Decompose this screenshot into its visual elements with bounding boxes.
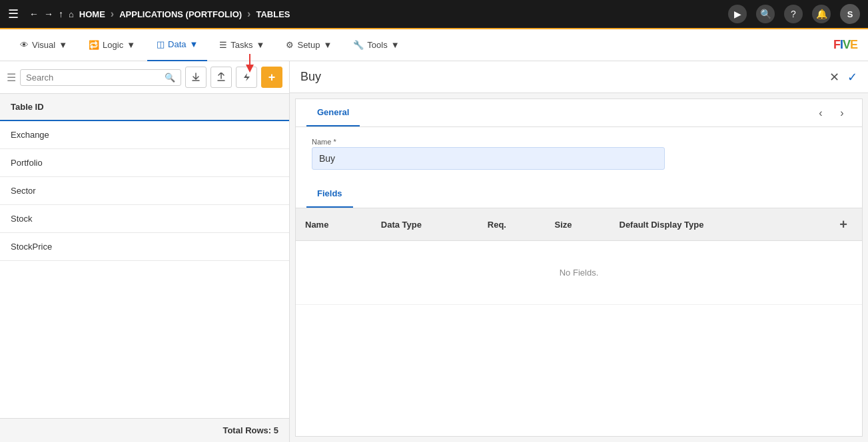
panel-title: Buy — [300, 70, 829, 84]
table-id-label: Table ID — [11, 102, 44, 112]
right-panel: Buy ✕ ✓ General ‹ › Name * — [290, 61, 868, 442]
tab-logic-label: Logic — [103, 40, 123, 50]
tab-visual[interactable]: 👁 Visual ▼ — [11, 29, 77, 61]
table-column-header: Table ID — [0, 94, 289, 121]
general-form: Name * — [296, 127, 862, 180]
tab-navigation: ‹ › — [811, 99, 851, 126]
col-add: + — [795, 208, 862, 241]
breadcrumb: ⌂ HOME › APPLICATIONS (PORTFOLIO) › TABL… — [69, 8, 290, 20]
fields-table: Name Data Type Req. Size Default Display… — [296, 208, 862, 305]
search-input[interactable] — [26, 73, 165, 83]
logic-dropdown-icon: ▼ — [127, 40, 135, 50]
general-tab-label: General — [317, 107, 349, 117]
no-fields-row: No Fields. — [296, 241, 862, 305]
table-row[interactable]: Exchange — [0, 121, 289, 149]
tab-visual-label: Visual — [32, 40, 55, 50]
right-body: General ‹ › Name * Fields — [295, 99, 863, 437]
lightning-button[interactable] — [236, 67, 257, 88]
table-list: Exchange Portfolio Sector Stock StockPri… — [0, 121, 289, 418]
user-avatar[interactable]: S — [840, 4, 860, 24]
tab-setup[interactable]: ⚙ Setup ▼ — [276, 29, 341, 61]
up-button[interactable]: ↑ — [59, 9, 63, 19]
col-displaytype: Default Display Type — [610, 208, 795, 241]
tab-tools-label: Tools — [367, 40, 387, 50]
confirm-button[interactable]: ✓ — [847, 70, 857, 85]
hamburger-menu[interactable]: ☰ — [8, 7, 19, 21]
search-box[interactable]: 🔍 — [20, 69, 181, 86]
table-footer: Total Rows: 5 — [0, 418, 289, 442]
help-button[interactable]: ? — [784, 5, 803, 23]
no-fields-message: No Fields. — [296, 241, 862, 305]
table-row[interactable]: Sector — [0, 177, 289, 205]
filter-icon: ☰ — [7, 71, 16, 84]
add-field-button[interactable]: + — [834, 215, 853, 234]
table-row[interactable]: Portfolio — [0, 149, 289, 177]
tab-prev-button[interactable]: ‹ — [811, 104, 830, 122]
secondary-navigation: 👁 Visual ▼ 🔁 Logic ▼ ◫ Data ▼ ☰ Tasks ▼ … — [0, 29, 868, 61]
name-label: Name * — [312, 138, 665, 146]
tools-dropdown-icon: ▼ — [391, 40, 400, 50]
tab-fields[interactable]: Fields — [306, 180, 353, 208]
tab-tasks[interactable]: ☰ Tasks ▼ — [210, 29, 274, 61]
tabs-bar: General ‹ › — [296, 99, 862, 127]
table-row[interactable]: Stock — [0, 205, 289, 233]
main-content: ☰ 🔍 — [0, 61, 868, 442]
home-icon: ⌂ — [69, 9, 74, 19]
tab-tools[interactable]: 🔧 Tools ▼ — [344, 29, 408, 61]
top-navigation: ☰ ← → ↑ ⌂ HOME › APPLICATIONS (PORTFOLIO… — [0, 0, 868, 29]
right-header: Buy ✕ ✓ — [290, 61, 868, 93]
tasks-dropdown-icon: ▼ — [256, 40, 265, 50]
left-panel: ☰ 🔍 — [0, 61, 290, 442]
fields-table-header: Name Data Type Req. Size Default Display… — [296, 208, 862, 241]
five-logo: FIVE — [833, 38, 857, 52]
fields-tab-bar: Fields — [296, 180, 862, 208]
name-input[interactable] — [312, 147, 665, 170]
total-rows-label: Total Rows: 5 — [222, 425, 278, 435]
add-button[interactable]: + — [261, 67, 282, 88]
search-icon: 🔍 — [165, 73, 175, 83]
close-button[interactable]: ✕ — [829, 70, 839, 85]
notifications-button[interactable]: 🔔 — [812, 5, 831, 23]
tools-icon: 🔧 — [353, 40, 364, 50]
col-datatype: Data Type — [372, 208, 478, 241]
tab-data-label: Data — [168, 39, 186, 49]
top-nav-actions: ▶ 🔍 ? 🔔 S — [728, 4, 860, 24]
fields-tab-label: Fields — [317, 188, 342, 198]
breadcrumb-home[interactable]: HOME — [79, 9, 105, 19]
tasks-icon: ☰ — [219, 40, 227, 50]
upload-button[interactable] — [211, 67, 232, 88]
setup-dropdown-icon: ▼ — [323, 40, 332, 50]
visual-dropdown-icon: ▼ — [59, 40, 67, 50]
tab-setup-label: Setup — [297, 40, 320, 50]
play-button[interactable]: ▶ — [728, 5, 747, 23]
data-dropdown-icon: ▼ — [189, 39, 198, 49]
tab-data[interactable]: ◫ Data ▼ — [147, 29, 207, 61]
forward-button[interactable]: → — [44, 9, 53, 19]
tab-logic[interactable]: 🔁 Logic ▼ — [79, 29, 145, 61]
col-size: Size — [546, 208, 610, 241]
name-field: Name * — [312, 138, 665, 170]
gear-icon: ⚙ — [286, 40, 294, 50]
search-button[interactable]: 🔍 — [756, 5, 775, 23]
breadcrumb-tables[interactable]: TABLES — [256, 9, 290, 19]
breadcrumb-app[interactable]: APPLICATIONS (PORTFOLIO) — [119, 9, 242, 19]
eye-icon: 👁 — [20, 40, 29, 50]
tab-tasks-label: Tasks — [230, 40, 252, 50]
toolbar: ☰ 🔍 — [0, 61, 289, 94]
back-button[interactable]: ← — [29, 9, 39, 19]
breadcrumb-sep-1: › — [111, 8, 114, 20]
header-actions: ✕ ✓ — [829, 70, 857, 85]
tab-next-button[interactable]: › — [833, 104, 851, 122]
table-row[interactable]: StockPrice — [0, 233, 289, 261]
table-icon: ◫ — [157, 39, 165, 49]
col-req: Req. — [478, 208, 546, 241]
breadcrumb-sep-2: › — [247, 8, 250, 20]
download-button[interactable] — [185, 67, 207, 88]
tab-general[interactable]: General — [306, 99, 360, 126]
col-name: Name — [296, 208, 372, 241]
logic-icon: 🔁 — [89, 40, 99, 50]
